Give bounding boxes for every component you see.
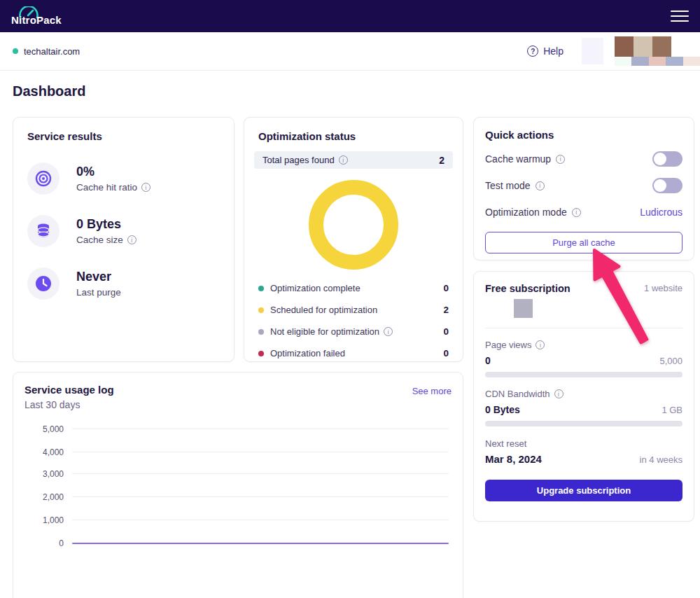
help-label: Help <box>543 46 564 57</box>
legend-label: Scheduled for optimization <box>270 305 437 315</box>
see-more-link[interactable]: See more <box>412 386 451 396</box>
cache-hit-ratio-stat: 0% Cache hit ratio <box>27 162 220 195</box>
test-mode-toggle[interactable] <box>652 178 682 193</box>
redacted-plan-badge <box>514 299 533 318</box>
notification-placeholder <box>582 38 603 64</box>
page-views-progress-bar <box>485 372 682 377</box>
avatar-pixel <box>683 57 700 66</box>
legend-value: 0 <box>443 348 449 359</box>
usage-log-title: Service usage log <box>24 384 114 396</box>
optimization-mode-value-link[interactable]: Ludicrous <box>640 207 682 218</box>
page-views-quota: Page views 0 5,000 <box>485 340 682 377</box>
cache-hit-ratio-label: Cache hit ratio <box>76 182 137 193</box>
optimization-donut-chart <box>309 180 398 270</box>
website-count: 1 website <box>644 283 682 293</box>
y-tick: 3,000 <box>26 469 64 479</box>
hamburger-menu-icon[interactable] <box>671 11 689 22</box>
page-views-used: 0 <box>485 355 491 366</box>
info-icon[interactable] <box>572 208 581 217</box>
target-icon <box>27 162 59 195</box>
legend-row: Scheduled for optimization 2 <box>258 302 449 318</box>
y-tick: 2,000 <box>26 492 64 502</box>
optimization-status-title: Optimization status <box>258 130 453 142</box>
info-icon[interactable] <box>554 389 564 398</box>
site-selector[interactable]: techaltair.com <box>13 46 80 57</box>
info-icon[interactable] <box>339 155 348 165</box>
page-title: Dashboard <box>13 83 85 99</box>
y-tick: 5,000 <box>26 424 64 434</box>
legend-dot-complete <box>258 286 264 291</box>
legend-value: 0 <box>443 283 449 293</box>
cache-warmup-toggle[interactable] <box>652 151 682 167</box>
test-mode-label: Test mode <box>485 180 531 191</box>
help-button[interactable]: Help <box>527 46 564 57</box>
avatar-pixel <box>666 57 682 66</box>
usage-log-subtitle: Last 30 days <box>24 399 114 410</box>
cache-warmup-label: Cache warmup <box>485 153 551 165</box>
total-pages-label: Total pages found <box>262 155 335 165</box>
service-results-title: Service results <box>27 130 220 142</box>
purge-all-cache-button[interactable]: Purge all cache <box>485 232 682 253</box>
y-tick: 4,000 <box>26 447 64 457</box>
info-icon[interactable] <box>384 327 393 336</box>
database-icon <box>27 215 59 247</box>
avatar-pixel <box>652 36 671 57</box>
total-pages-found-row: Total pages found 2 <box>254 151 453 169</box>
avatar-pixel <box>649 57 666 66</box>
info-icon[interactable] <box>127 235 136 244</box>
last-purge-stat: Never Last purge <box>27 267 220 300</box>
info-icon[interactable] <box>141 183 150 192</box>
info-icon[interactable] <box>536 181 545 190</box>
test-mode-row: Test mode <box>485 177 682 194</box>
optimization-status-card: Optimization status Total pages found 2 … <box>244 117 463 362</box>
brand-name: NitroPack <box>11 14 62 26</box>
divider <box>485 328 682 328</box>
cache-size-stat: 0 Bytes Cache size <box>27 215 220 247</box>
optimization-mode-row: Optimization mode Ludicrous <box>485 204 682 221</box>
legend-row: Optimization complete 0 <box>258 280 449 296</box>
site-status-dot <box>13 48 18 54</box>
quick-actions-title: Quick actions <box>485 129 682 141</box>
cdn-bandwidth-limit: 1 GB <box>662 405 682 415</box>
quick-actions-card: Quick actions Cache warmup Test mode Opt… <box>473 117 694 260</box>
info-icon[interactable] <box>556 155 565 164</box>
page-views-label: Page views <box>485 340 531 350</box>
site-domain: techaltair.com <box>24 46 80 57</box>
nitropack-logo[interactable]: NitroPack <box>11 6 62 26</box>
next-reset-label: Next reset <box>485 438 682 449</box>
legend-label: Optimization failed <box>270 348 437 359</box>
optimization-mode-label: Optimization mode <box>485 207 567 218</box>
service-results-card: Service results 0% Cache hit ratio 0 <box>13 117 234 362</box>
last-purge-label: Last purge <box>76 287 121 298</box>
legend-value: 2 <box>443 305 449 315</box>
y-tick: 1,000 <box>26 515 64 525</box>
legend-label: Optimization complete <box>270 283 437 293</box>
service-usage-log-card: Service usage log Last 30 days See more … <box>13 372 463 598</box>
avatar-pixel <box>634 36 652 57</box>
cache-size-value: 0 Bytes <box>76 217 136 232</box>
legend-label: Not eligible for optimization <box>270 326 379 337</box>
total-pages-value: 2 <box>439 155 444 166</box>
upgrade-subscription-button[interactable]: Upgrade subscription <box>485 480 682 501</box>
pageviews-data-line <box>72 543 449 544</box>
avatar-pixel <box>615 36 634 57</box>
legend-dot-not-eligible <box>258 329 264 335</box>
legend-row: Optimization failed 0 <box>258 345 449 361</box>
cdn-bandwidth-label: CDN Bandwidth <box>485 389 550 399</box>
cdn-bandwidth-used: 0 Bytes <box>485 404 520 415</box>
legend-dot-failed <box>258 351 264 356</box>
legend-value: 0 <box>443 326 449 337</box>
y-tick: 0 <box>26 538 64 548</box>
avatar-pixel <box>631 57 648 66</box>
last-purge-value: Never <box>76 270 121 284</box>
info-icon[interactable] <box>536 340 545 349</box>
avatar-pixel <box>615 57 631 66</box>
cache-hit-ratio-value: 0% <box>76 165 150 179</box>
avatar[interactable] <box>615 36 700 66</box>
cdn-bandwidth-quota: CDN Bandwidth 0 Bytes 1 GB <box>485 389 682 426</box>
cache-warmup-row: Cache warmup <box>485 151 682 167</box>
subscription-title: Free subscription <box>485 283 570 294</box>
page-views-limit: 5,000 <box>659 356 682 366</box>
usage-line-chart: 5,000 4,000 3,000 2,000 1,000 0 Jan 10 J… <box>26 429 451 549</box>
clock-icon <box>27 267 59 300</box>
